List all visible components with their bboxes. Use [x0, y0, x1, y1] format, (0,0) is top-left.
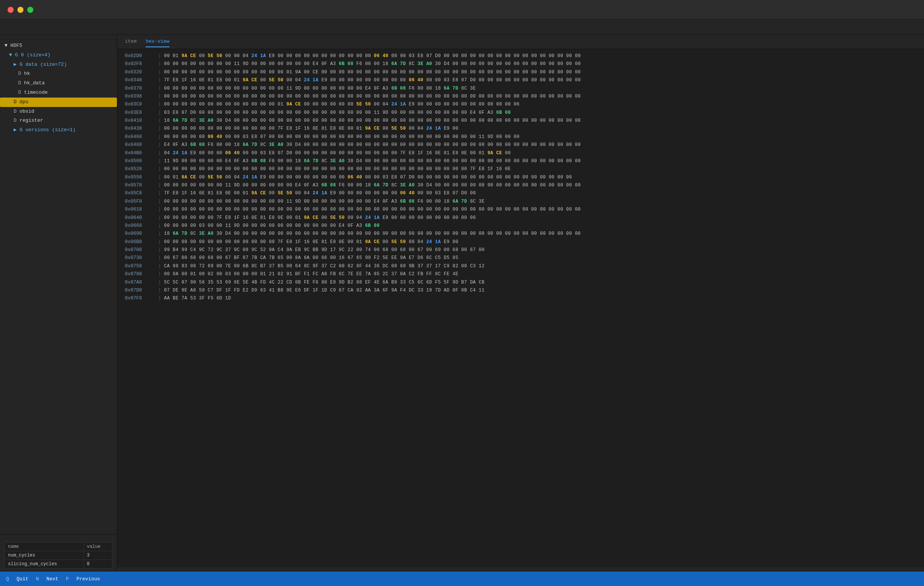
hex-addr-27: 0x0780 — [125, 271, 155, 278]
titlebar — [0, 0, 924, 20]
tree-item-2[interactable]: ▶ G data (size=72) — [0, 60, 117, 69]
attr-name-1: slicing_num_cycles — [5, 560, 84, 569]
status-key-1[interactable]: N — [36, 576, 39, 582]
tree-item-6[interactable]: D dpu — [0, 97, 117, 107]
close-button[interactable] — [8, 7, 13, 13]
hex-bytes-8: 18 6A 7D 8C 3E A0 30 D4 00 00 00 00 00 0… — [164, 117, 916, 124]
tree-item-9[interactable]: ▶ G versions (size=1) — [0, 125, 117, 135]
hex-bytes-17: 7F E8 1F 16 0E 81 E8 0E 00 01 9A CE 00 5… — [164, 190, 916, 197]
hex-row-12: 0x04B0|04 24 1A E9 00 00 00 06 40 00 00 … — [117, 149, 924, 157]
attr-row-1: slicing_num_cycles0 — [5, 560, 112, 569]
hex-bytes-20: 00 00 00 00 00 00 7F E8 1F 16 0E 81 E8 0… — [164, 214, 916, 222]
hex-addr-18: 0x05F0 — [125, 198, 155, 205]
status-label-2: Previous — [76, 576, 100, 582]
shell-prompt — [0, 35, 117, 40]
hex-row-24: 0x0708|99 B4 99 C4 9C 72 9C 37 9C 08 9C … — [117, 246, 924, 254]
hex-addr-12: 0x04B0 — [125, 150, 155, 157]
attributes-table: name value num_cycles3slicing_num_cycles… — [5, 542, 112, 569]
hex-addr-26: 0x0758 — [125, 263, 155, 270]
hex-addr-29: 0x07D0 — [125, 287, 155, 294]
minimize-button[interactable] — [17, 7, 23, 13]
hex-bytes-27: 00 0A 00 01 00 02 00 03 00 00 00 01 21 0… — [164, 271, 916, 278]
hex-row-6: 0x03C0|00 00 00 00 00 00 00 00 00 00 00 … — [117, 100, 924, 109]
maximize-button[interactable] — [27, 7, 33, 13]
hex-addr-7: 0x03E8 — [125, 109, 155, 117]
hex-addr-15: 0x0550 — [125, 174, 155, 181]
attr-col-value: value — [84, 543, 112, 551]
hex-bytes-11: E4 0F A3 6B 08 F6 00 00 18 6A 7D 8C 3E A… — [164, 142, 916, 148]
hex-row-1: 0x02F8|00 00 00 00 00 00 00 00 11 9D 00 … — [117, 60, 924, 68]
attributes-title — [0, 538, 117, 542]
hex-bytes-1: 00 00 00 00 00 00 00 00 11 9D 00 00 00 0… — [164, 61, 916, 67]
traffic-lights — [8, 7, 33, 13]
hex-bytes-0: 00 01 9A CE 00 5E 50 00 00 04 24 1A E9 0… — [164, 53, 916, 60]
hex-addr-0: 0x02D0 — [125, 53, 155, 60]
hex-row-30: 0x07F8|AA BE 7A 53 3F F5 6D 1D — [117, 295, 924, 303]
tree-item-4[interactable]: D hk_data — [0, 79, 117, 88]
hex-addr-24: 0x0708 — [125, 247, 155, 253]
hex-addr-30: 0x07F8 — [125, 295, 155, 302]
hex-bytes-25: 00 67 00 68 00 68 00 67 BF 87 7B CA 7B 6… — [164, 254, 916, 262]
hex-addr-13: 0x0500 — [125, 158, 155, 165]
hex-row-20: 0x0640|00 00 00 00 00 00 7F E8 1F 16 0E … — [117, 214, 924, 222]
hex-bytes-9: 00 00 00 00 00 00 00 00 00 00 00 00 00 7… — [164, 125, 916, 132]
hex-addr-3: 0x0348 — [125, 77, 155, 84]
pathbar — [0, 20, 924, 35]
status-label-0: Quit — [16, 576, 28, 582]
hex-bytes-4: 00 00 00 00 00 00 00 00 00 00 00 00 00 0… — [164, 85, 916, 92]
sidebar: ▼ HDF5▼ G 0 (size=4)▶ G data (size=72)D … — [0, 35, 117, 572]
tab-item[interactable]: item — [125, 36, 137, 47]
hex-bytes-28: 5C 5C 07 90 56 35 53 69 6E 5E 4B FD 4C 2… — [164, 279, 916, 286]
hex-bytes-15: 00 01 9A CE 00 5E 50 00 04 24 1A E9 00 0… — [164, 174, 916, 181]
hex-row-28: 0x07A8|5C 5C 07 90 56 35 53 69 6E 5E 4B … — [117, 279, 924, 286]
attr-row-0: num_cycles3 — [5, 551, 112, 560]
hex-addr-25: 0x0730 — [125, 254, 155, 262]
statusbar: Q QuitN NextP Previous — [0, 572, 924, 586]
main-area: ▼ HDF5▼ G 0 (size=4)▶ G data (size=72)D … — [0, 35, 924, 572]
tree-item-1[interactable]: ▼ G 0 (size=4) — [0, 51, 117, 60]
attr-col-name: name — [5, 543, 84, 551]
hex-bytes-10: 00 00 00 00 00 06 40 00 00 03 E8 07 00 0… — [164, 133, 916, 141]
hex-bytes-14: 00 00 00 00 00 00 00 00 00 00 00 00 00 0… — [164, 166, 916, 173]
tree-item-5[interactable]: D timecode — [0, 88, 117, 97]
hex-bytes-29: 07 DE 9E A8 50 C7 DF 1F FD E2 D9 63 41 B… — [164, 287, 916, 294]
hex-row-22: 0x0690|18 6A 7D 8C 3E A0 30 D4 00 00 00 … — [117, 230, 924, 238]
hex-addr-5: 0x0398 — [125, 93, 155, 100]
hex-bytes-5: 00 00 00 00 00 00 00 00 00 00 00 00 00 0… — [164, 93, 916, 100]
hex-row-4: 0x0370|00 00 00 00 00 00 00 00 00 00 00 … — [117, 85, 924, 93]
tree-item-0[interactable]: ▼ HDF5 — [0, 41, 117, 51]
hex-addr-9: 0x0438 — [125, 125, 155, 132]
status-key-0[interactable]: Q — [6, 576, 9, 582]
hex-addr-16: 0x0578 — [125, 182, 155, 189]
hex-addr-28: 0x07A8 — [125, 279, 155, 286]
hex-bytes-2: 00 00 00 00 00 00 00 00 00 00 00 00 00 0… — [164, 69, 916, 76]
hex-addr-21: 0x0668 — [125, 222, 155, 229]
hex-bytes-6: 00 00 00 00 00 00 00 00 00 00 00 00 00 0… — [164, 101, 916, 108]
hex-row-26: 0x0758|CA 88 83 08 72 69 00 7E 00 6B 8C … — [117, 262, 924, 270]
hex-row-29: 0x07D0|07 DE 9E A8 50 C7 DF 1F FD E2 D9 … — [117, 286, 924, 295]
hex-row-19: 0x0618|00 00 00 00 00 00 00 00 00 00 00 … — [117, 206, 924, 214]
hex-addr-19: 0x0618 — [125, 206, 155, 213]
tree-item-7[interactable]: D obsid — [0, 107, 117, 117]
hex-row-18: 0x05F0|00 00 00 00 00 00 00 00 00 00 00 … — [117, 198, 924, 206]
hex-addr-20: 0x0640 — [125, 214, 155, 222]
tab-hex-view[interactable]: hex-view — [146, 36, 169, 47]
hex-row-17: 0x05C8|7F E8 1F 16 0E 81 E8 0E 00 01 9A … — [117, 189, 924, 198]
hex-row-27: 0x0780|00 0A 00 01 00 02 00 03 00 00 00 … — [117, 270, 924, 278]
file-tree[interactable]: ▼ HDF5▼ G 0 (size=4)▶ G data (size=72)D … — [0, 40, 117, 534]
hex-bytes-12: 04 24 1A E9 00 00 00 06 40 00 00 03 E8 0… — [164, 150, 916, 157]
hex-bytes-23: 00 00 00 00 00 00 00 00 00 00 00 00 00 7… — [164, 239, 916, 246]
hex-addr-1: 0x02F8 — [125, 61, 155, 67]
horizontal-scrollbar[interactable] — [117, 567, 924, 572]
hex-addr-22: 0x0690 — [125, 230, 155, 237]
tree-item-8[interactable]: D register — [0, 116, 117, 125]
hex-addr-11: 0x0488 — [125, 142, 155, 148]
hex-view[interactable]: 0x02D0|00 01 9A CE 00 5E 50 00 00 04 24 … — [117, 49, 924, 567]
hex-bytes-30: AA BE 7A 53 3F F5 6D 1D — [164, 295, 916, 302]
content-area: itemhex-view 0x02D0|00 01 9A CE 00 5E 50… — [117, 35, 924, 572]
hex-addr-23: 0x06B8 — [125, 239, 155, 246]
tree-item-3[interactable]: D hk — [0, 69, 117, 79]
status-key-2[interactable]: P — [66, 576, 69, 582]
hex-row-23: 0x06B8|00 00 00 00 00 00 00 00 00 00 00 … — [117, 238, 924, 246]
attr-value-0: 3 — [84, 551, 112, 560]
